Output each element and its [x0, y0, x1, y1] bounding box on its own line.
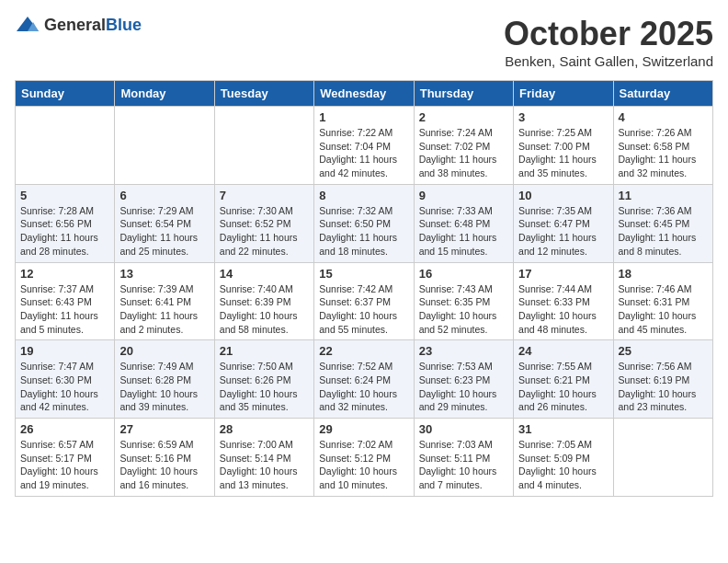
calendar-cell: 13Sunrise: 7:39 AM Sunset: 6:41 PM Dayli…: [115, 262, 214, 340]
calendar-week-row: 1Sunrise: 7:22 AM Sunset: 7:04 PM Daylig…: [16, 107, 713, 185]
calendar-cell: 22Sunrise: 7:52 AM Sunset: 6:24 PM Dayli…: [314, 340, 414, 419]
day-number: 29: [319, 422, 408, 436]
day-info: Sunrise: 7:30 AM Sunset: 6:52 PM Dayligh…: [220, 204, 309, 259]
calendar-cell: 6Sunrise: 7:29 AM Sunset: 6:54 PM Daylig…: [115, 184, 214, 262]
day-number: 11: [619, 189, 708, 202]
calendar-cell: 8Sunrise: 7:32 AM Sunset: 6:50 PM Daylig…: [314, 184, 414, 262]
calendar-cell: 19Sunrise: 7:47 AM Sunset: 6:30 PM Dayli…: [16, 340, 115, 419]
calendar-cell: 28Sunrise: 7:00 AM Sunset: 5:14 PM Dayli…: [214, 419, 313, 497]
calendar-cell: 1Sunrise: 7:22 AM Sunset: 7:04 PM Daylig…: [314, 107, 414, 185]
day-info: Sunrise: 7:50 AM Sunset: 6:26 PM Dayligh…: [220, 360, 309, 414]
calendar-cell: 27Sunrise: 6:59 AM Sunset: 5:16 PM Dayli…: [115, 419, 214, 497]
calendar-cell: 5Sunrise: 7:28 AM Sunset: 6:56 PM Daylig…: [16, 184, 115, 262]
calendar-cell: 7Sunrise: 7:30 AM Sunset: 6:52 PM Daylig…: [214, 184, 313, 262]
day-number: 15: [319, 267, 408, 281]
day-info: Sunrise: 7:37 AM Sunset: 6:43 PM Dayligh…: [20, 282, 109, 337]
calendar-cell: 15Sunrise: 7:42 AM Sunset: 6:37 PM Dayli…: [314, 262, 414, 340]
day-info: Sunrise: 7:52 AM Sunset: 6:24 PM Dayligh…: [319, 360, 408, 414]
day-number: 8: [319, 189, 408, 202]
calendar-cell: 23Sunrise: 7:53 AM Sunset: 6:23 PM Dayli…: [414, 340, 513, 419]
day-header-thursday: Thursday: [414, 81, 513, 107]
day-info: Sunrise: 7:40 AM Sunset: 6:39 PM Dayligh…: [220, 282, 309, 337]
day-info: Sunrise: 7:02 AM Sunset: 5:12 PM Dayligh…: [319, 438, 408, 492]
calendar-cell: 16Sunrise: 7:43 AM Sunset: 6:35 PM Dayli…: [414, 262, 513, 340]
day-number: 21: [220, 344, 309, 358]
day-info: Sunrise: 7:43 AM Sunset: 6:35 PM Dayligh…: [419, 282, 508, 337]
calendar-cell: 20Sunrise: 7:49 AM Sunset: 6:28 PM Dayli…: [115, 340, 214, 419]
day-info: Sunrise: 7:00 AM Sunset: 5:14 PM Dayligh…: [220, 438, 309, 492]
day-info: Sunrise: 7:49 AM Sunset: 6:28 PM Dayligh…: [119, 360, 209, 414]
day-number: 12: [20, 267, 109, 281]
day-info: Sunrise: 6:57 AM Sunset: 5:17 PM Dayligh…: [20, 438, 109, 492]
calendar-cell: 10Sunrise: 7:35 AM Sunset: 6:47 PM Dayli…: [514, 184, 613, 262]
day-info: Sunrise: 7:47 AM Sunset: 6:30 PM Dayligh…: [20, 360, 109, 414]
day-number: 4: [619, 110, 708, 124]
day-info: Sunrise: 7:05 AM Sunset: 5:09 PM Dayligh…: [518, 438, 608, 492]
calendar-cell: 26Sunrise: 6:57 AM Sunset: 5:17 PM Dayli…: [16, 419, 115, 497]
calendar-cell: 2Sunrise: 7:24 AM Sunset: 7:02 PM Daylig…: [414, 107, 513, 185]
day-info: Sunrise: 7:24 AM Sunset: 7:02 PM Dayligh…: [419, 126, 508, 180]
day-info: Sunrise: 7:36 AM Sunset: 6:45 PM Dayligh…: [619, 204, 708, 259]
day-number: 23: [419, 344, 508, 358]
calendar-week-row: 12Sunrise: 7:37 AM Sunset: 6:43 PM Dayli…: [16, 262, 713, 340]
day-header-monday: Monday: [115, 81, 214, 107]
day-number: 24: [518, 344, 608, 358]
day-number: 18: [619, 267, 708, 281]
day-header-friday: Friday: [514, 81, 613, 107]
day-number: 25: [619, 344, 708, 358]
day-number: 1: [319, 110, 408, 124]
page-header: GeneralBlue October 2025 Benken, Saint G…: [15, 15, 713, 69]
day-info: Sunrise: 7:22 AM Sunset: 7:04 PM Dayligh…: [319, 126, 408, 180]
day-info: Sunrise: 7:32 AM Sunset: 6:50 PM Dayligh…: [319, 204, 408, 259]
day-number: 16: [419, 267, 508, 281]
location-title: Benken, Saint Gallen, Switzerland: [504, 53, 713, 69]
day-number: 26: [20, 422, 109, 436]
day-number: 22: [319, 344, 408, 358]
calendar-cell: [613, 419, 712, 497]
day-info: Sunrise: 7:25 AM Sunset: 7:00 PM Dayligh…: [518, 126, 608, 180]
calendar-cell: 21Sunrise: 7:50 AM Sunset: 6:26 PM Dayli…: [214, 340, 313, 419]
calendar-week-row: 5Sunrise: 7:28 AM Sunset: 6:56 PM Daylig…: [16, 184, 713, 262]
logo-text: GeneralBlue: [44, 16, 142, 35]
day-info: Sunrise: 7:26 AM Sunset: 6:58 PM Dayligh…: [619, 126, 708, 180]
logo-icon: [15, 15, 40, 35]
calendar-cell: 24Sunrise: 7:55 AM Sunset: 6:21 PM Dayli…: [514, 340, 613, 419]
day-number: 30: [419, 422, 508, 436]
title-block: October 2025 Benken, Saint Gallen, Switz…: [504, 15, 713, 69]
calendar-cell: 18Sunrise: 7:46 AM Sunset: 6:31 PM Dayli…: [613, 262, 712, 340]
day-info: Sunrise: 7:35 AM Sunset: 6:47 PM Dayligh…: [518, 204, 608, 259]
day-number: 28: [220, 422, 309, 436]
calendar-cell: 30Sunrise: 7:03 AM Sunset: 5:11 PM Dayli…: [414, 419, 513, 497]
calendar-cell: 3Sunrise: 7:25 AM Sunset: 7:00 PM Daylig…: [514, 107, 613, 185]
calendar-cell: 14Sunrise: 7:40 AM Sunset: 6:39 PM Dayli…: [214, 262, 313, 340]
calendar-header-row: SundayMondayTuesdayWednesdayThursdayFrid…: [16, 81, 713, 107]
logo-general: General: [44, 16, 106, 34]
day-number: 2: [419, 110, 508, 124]
calendar-cell: 25Sunrise: 7:56 AM Sunset: 6:19 PM Dayli…: [613, 340, 712, 419]
calendar-cell: [16, 107, 115, 185]
day-header-saturday: Saturday: [613, 81, 712, 107]
calendar-week-row: 26Sunrise: 6:57 AM Sunset: 5:17 PM Dayli…: [16, 419, 713, 497]
calendar-week-row: 19Sunrise: 7:47 AM Sunset: 6:30 PM Dayli…: [16, 340, 713, 419]
day-info: Sunrise: 7:39 AM Sunset: 6:41 PM Dayligh…: [119, 282, 209, 337]
day-info: Sunrise: 7:28 AM Sunset: 6:56 PM Dayligh…: [20, 204, 109, 259]
day-info: Sunrise: 7:55 AM Sunset: 6:21 PM Dayligh…: [518, 360, 608, 414]
calendar-cell: [115, 107, 214, 185]
day-info: Sunrise: 7:42 AM Sunset: 6:37 PM Dayligh…: [319, 282, 408, 337]
day-number: 6: [119, 189, 209, 202]
day-info: Sunrise: 7:33 AM Sunset: 6:48 PM Dayligh…: [419, 204, 508, 259]
day-info: Sunrise: 7:29 AM Sunset: 6:54 PM Dayligh…: [119, 204, 209, 259]
day-number: 10: [518, 189, 608, 202]
day-number: 3: [518, 110, 608, 124]
day-number: 13: [119, 267, 209, 281]
logo: GeneralBlue: [15, 15, 142, 35]
day-info: Sunrise: 6:59 AM Sunset: 5:16 PM Dayligh…: [119, 438, 209, 492]
day-info: Sunrise: 7:56 AM Sunset: 6:19 PM Dayligh…: [619, 360, 708, 414]
month-title: October 2025: [504, 15, 713, 53]
day-number: 7: [220, 189, 309, 202]
day-info: Sunrise: 7:46 AM Sunset: 6:31 PM Dayligh…: [619, 282, 708, 337]
day-info: Sunrise: 7:53 AM Sunset: 6:23 PM Dayligh…: [419, 360, 508, 414]
day-number: 9: [419, 189, 508, 202]
logo-blue: Blue: [106, 16, 142, 34]
day-number: 19: [20, 344, 109, 358]
